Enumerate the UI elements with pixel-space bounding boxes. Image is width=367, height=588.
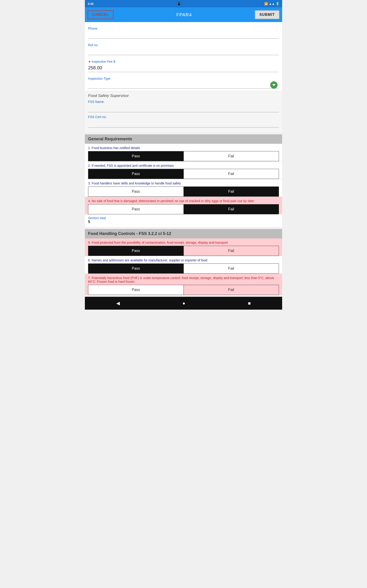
status-bar: 3:42 📱 📶 ▲▲ 🔋 bbox=[85, 0, 282, 7]
section-header-0: General Requirements bbox=[85, 134, 282, 144]
fss-cert-field: FSS Cert no. bbox=[88, 115, 279, 128]
requirement-item-2: 2. If needed, FSS is appointed and certi… bbox=[85, 162, 282, 179]
pass-button-2[interactable]: Pass bbox=[88, 169, 184, 179]
fss-name-label: FSS Name bbox=[88, 100, 279, 104]
fail-button-3[interactable]: Fail bbox=[184, 187, 279, 197]
required-star: ★ bbox=[88, 60, 91, 63]
fail-button-4[interactable]: Fail bbox=[184, 204, 279, 214]
requirement-text-4: 4. No sale of food that is damaged, dete… bbox=[88, 199, 279, 203]
section-total-0: Section total5 bbox=[85, 214, 282, 227]
inspection-fee-label: ★Inspection Fee $ bbox=[88, 60, 279, 63]
cancel-button[interactable]: CANCEL bbox=[88, 10, 114, 19]
fss-name-input[interactable] bbox=[88, 104, 279, 112]
signal-icon: ▲▲ bbox=[269, 2, 275, 6]
android-nav-bar: ◀ ● ■ bbox=[85, 297, 282, 310]
fss-section-title: Food Safety Supervisor bbox=[88, 94, 279, 98]
fss-cert-input[interactable] bbox=[88, 120, 279, 128]
pass-button-1[interactable]: Pass bbox=[88, 151, 184, 161]
back-button[interactable]: ◀ bbox=[112, 299, 124, 307]
nav-bar: CANCEL FPAR4 SUBMIT bbox=[85, 7, 282, 22]
requirement-text-7: 7. Potentially hazardous food (PHF) is u… bbox=[88, 276, 279, 284]
requirement-text-5: 5. Food protected from the possibility o… bbox=[88, 241, 279, 244]
fail-button-2[interactable]: Fail bbox=[184, 169, 279, 179]
sim-icon: 📱 bbox=[177, 2, 181, 6]
requirement-item-5: 5. Food protected from the possibility o… bbox=[85, 238, 282, 256]
phone-label: Phone bbox=[88, 27, 279, 30]
pass-fail-row-2: PassFail bbox=[88, 169, 279, 179]
phone-field: Phone bbox=[88, 24, 279, 39]
requirement-text-6: 6. Names and addresses are available for… bbox=[88, 258, 279, 262]
inspection-fee-field: ★Inspection Fee $ 258.00 bbox=[88, 57, 279, 72]
pass-button-7[interactable]: Pass bbox=[88, 285, 184, 295]
ref-no-input[interactable] bbox=[88, 48, 279, 55]
pass-button-5[interactable]: Pass bbox=[88, 246, 184, 256]
inspection-type-field: Inspection Type Routine bbox=[88, 74, 279, 89]
inspection-fee-value: 258.00 bbox=[88, 64, 279, 72]
pass-fail-row-1: PassFail bbox=[88, 151, 279, 161]
ref-no-label: Ref no. bbox=[88, 43, 279, 47]
requirement-item-3: 3. Food handlers have skills and knowled… bbox=[85, 179, 282, 197]
section-header-1: Food Handling Controls - FSS 3.2.2 cl 5-… bbox=[85, 229, 282, 238]
fail-button-5[interactable]: Fail bbox=[184, 246, 279, 256]
fail-button-6[interactable]: Fail bbox=[184, 263, 279, 274]
pass-fail-row-6: PassFail bbox=[88, 263, 279, 274]
form-section: Phone Ref no. ★Inspection Fee $ 258.00 I… bbox=[85, 22, 282, 91]
pass-fail-row-7: PassFail bbox=[88, 285, 279, 295]
requirement-text-3: 3. Food handlers have skills and knowled… bbox=[88, 182, 279, 185]
fss-name-field: FSS Name bbox=[88, 100, 279, 112]
ref-no-field: Ref no. bbox=[88, 41, 279, 55]
fail-button-1[interactable]: Fail bbox=[184, 151, 279, 161]
requirement-text-2: 2. If needed, FSS is appointed and certi… bbox=[88, 164, 279, 167]
inspection-type-wrapper: Routine bbox=[88, 81, 279, 89]
recents-button[interactable]: ■ bbox=[243, 299, 255, 307]
submit-button[interactable]: SUBMIT bbox=[255, 10, 279, 19]
inspection-type-label: Inspection Type bbox=[88, 77, 279, 80]
requirement-item-1: 1. Food business has notified detailsPas… bbox=[85, 144, 282, 161]
pass-button-4[interactable]: Pass bbox=[88, 204, 184, 214]
pass-button-3[interactable]: Pass bbox=[88, 187, 184, 197]
pass-fail-row-5: PassFail bbox=[88, 246, 279, 256]
inspection-type-input[interactable]: Routine bbox=[88, 81, 279, 89]
requirement-text-1: 1. Food business has notified details bbox=[88, 146, 279, 150]
nav-title: FPAR4 bbox=[176, 12, 192, 17]
pass-button-6[interactable]: Pass bbox=[88, 263, 184, 274]
dropdown-arrow-icon[interactable] bbox=[270, 81, 277, 89]
section-total-value-0: 5 bbox=[88, 220, 279, 224]
battery-icon: 🔋 bbox=[276, 2, 279, 6]
status-icons: 📶 ▲▲ 🔋 bbox=[264, 2, 279, 6]
requirement-item-7: 7. Potentially hazardous food (PHF) is u… bbox=[85, 274, 282, 295]
section-total-label-0: Section total bbox=[88, 216, 279, 220]
fss-cert-label: FSS Cert no. bbox=[88, 115, 279, 119]
wifi-icon: 📶 bbox=[264, 2, 268, 6]
requirement-item-4: 4. No sale of food that is damaged, dete… bbox=[85, 197, 282, 214]
requirement-item-6: 6. Names and addresses are available for… bbox=[85, 256, 282, 274]
home-button[interactable]: ● bbox=[178, 299, 190, 307]
pass-fail-row-4: PassFail bbox=[88, 204, 279, 214]
status-time: 3:42 bbox=[88, 2, 94, 6]
sections-container: General Requirements1. Food business has… bbox=[85, 134, 282, 295]
fail-button-7[interactable]: Fail bbox=[184, 285, 279, 295]
phone-input[interactable] bbox=[88, 31, 279, 39]
pass-fail-row-3: PassFail bbox=[88, 187, 279, 197]
fss-section: Food Safety Supervisor FSS Name FSS Cert… bbox=[85, 91, 282, 132]
